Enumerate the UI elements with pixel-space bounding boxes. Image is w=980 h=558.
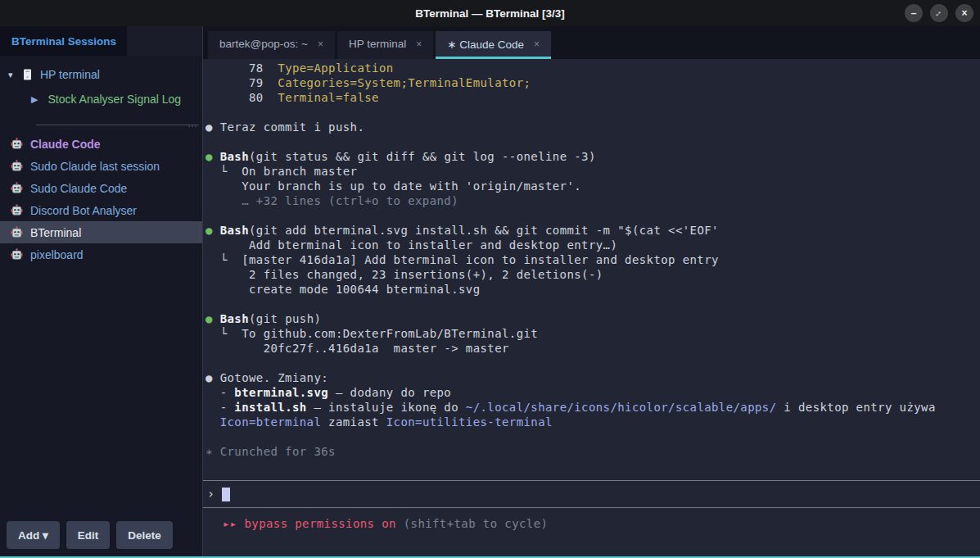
terminal-line: └ To github.com:DexterFromLab/BTerminal.…	[205, 326, 980, 341]
session-item-label: Discord Bot Analyser	[30, 204, 137, 217]
tab-label: HP terminal	[349, 38, 406, 50]
session-item-label: Claude Code	[30, 138, 101, 151]
sidebar-buttons: Add ▾EditDelete	[0, 521, 202, 556]
tab-bartek-pop-os[interactable]: bartek@pop-os: ~×	[208, 31, 335, 59]
tab-label: ∗ Claude Code	[447, 38, 524, 51]
tab-close-icon[interactable]: ×	[534, 39, 540, 50]
session-item-claude-code[interactable]: Claude Code	[0, 133, 202, 155]
play-icon: ▶	[31, 94, 38, 105]
bterminal-window: BTerminal — BTerminal [3/3] –↕× BTermina…	[0, 0, 980, 558]
divider-ellipsis: …	[187, 118, 197, 129]
terminal-line: 80 Terminal=false	[205, 90, 980, 105]
close-window-icon[interactable]: ×	[955, 4, 973, 22]
bypass-permissions-text: ▸▸ bypass permissions on	[223, 517, 404, 530]
delete-button[interactable]: Delete	[116, 521, 173, 549]
terminal-line: Add bterminal icon to installer and desk…	[205, 238, 980, 252]
session-tree: ▾ HP terminal ▶ Stock Analyser Signal Lo…	[0, 56, 202, 111]
terminal-line	[205, 208, 980, 223]
terminal-line: 2 files changed, 23 insertions(+), 2 del…	[205, 267, 980, 282]
caret-down-icon[interactable]: ▾	[8, 70, 23, 80]
terminal-line: ● Gotowe. Zmiany:	[205, 370, 980, 385]
robot-icon	[11, 226, 23, 238]
permissions-status-line: ▸▸ bypass permissions on (shift+tab to c…	[205, 516, 980, 531]
maximize-window-icon[interactable]: ↕	[930, 4, 948, 22]
terminal-line: ● Bash(git status && git diff && git log…	[205, 149, 980, 164]
robot-icon	[11, 182, 23, 194]
window-controls: –↕×	[905, 4, 973, 22]
terminal-line: Icon=bterminal zamiast Icon=utilities-te…	[205, 415, 980, 429]
tab-close-icon[interactable]: ×	[318, 39, 323, 50]
minimize-glyph: –	[911, 7, 917, 19]
minimize-window-icon[interactable]: –	[905, 4, 923, 22]
title-bar[interactable]: BTerminal — BTerminal [3/3] –↕×	[0, 0, 980, 26]
terminal-view[interactable]: 78 Type=Application 79 Categories=System…	[203, 59, 980, 556]
window-body: BTerminal Sessions ▾ HP terminal	[0, 26, 980, 556]
terminal-line	[205, 429, 980, 444]
cycle-hint-text: (shift+tab to cycle)	[404, 517, 549, 530]
prompt-chevron-icon: ›	[207, 487, 215, 501]
terminal-line: - bterminal.svg — dodany do repo	[205, 385, 980, 400]
terminal-line: 78 Type=Application	[205, 61, 980, 75]
terminal-line: ● Teraz commit i push.	[205, 120, 980, 134]
terminal-line: Your branch is up to date with 'origin/m…	[205, 179, 980, 193]
sessions-header: BTerminal Sessions	[0, 26, 202, 56]
maximize-glyph: ↕	[934, 8, 944, 18]
robot-icon	[11, 204, 23, 216]
terminal-line: create mode 100644 bterminal.svg	[205, 282, 980, 297]
terminal-line: └ On branch master	[205, 164, 980, 179]
terminal-line	[205, 134, 980, 149]
terminal-line: … +32 lines (ctrl+o to expand)	[205, 193, 980, 208]
terminal-line	[205, 356, 980, 370]
session-item-sudo-claude-last-session[interactable]: Sudo Claude last session	[0, 155, 202, 177]
main-area: bartek@pop-os: ~×HP terminal×∗ Claude Co…	[203, 26, 980, 556]
sessions-header-label: BTerminal Sessions	[11, 35, 116, 48]
robot-icon	[11, 160, 23, 172]
terminal-line: ● Bash(git add bterminal.svg install.sh …	[205, 223, 980, 238]
sessions-header-tab[interactable]: BTerminal Sessions	[0, 26, 127, 56]
tree-item-stock-analyser-signal-log[interactable]: ▶ Stock Analyser Signal Log	[0, 87, 202, 111]
session-item-label: Sudo Claude last session	[30, 160, 160, 173]
terminal-line: - install.sh — instaluje ikonę do ~/.loc…	[205, 400, 980, 415]
terminal-line: └ [master 416da1a] Add bterminal icon to…	[205, 252, 980, 267]
text-cursor	[222, 488, 230, 501]
divider-line	[36, 125, 199, 125]
terminal-line	[205, 105, 980, 120]
session-item-label: pixelboard	[30, 248, 84, 261]
terminal-input-box[interactable]: ›	[203, 480, 980, 508]
tab-bar: bartek@pop-os: ~×HP terminal×∗ Claude Co…	[203, 26, 980, 59]
add-button[interactable]: Add ▾	[7, 521, 60, 549]
terminal-line: 20fc27f..416da1a master -> master	[205, 341, 980, 356]
tree-item-label: Stock Analyser Signal Log	[47, 93, 181, 106]
tab-claude-code[interactable]: ∗ Claude Code×	[436, 31, 551, 59]
tree-item-hp-terminal[interactable]: ▾ HP terminal	[0, 62, 202, 87]
session-item-label: Sudo Claude Code	[30, 182, 127, 195]
terminal-line	[205, 297, 980, 311]
tab-close-icon[interactable]: ×	[416, 39, 422, 50]
session-item-sudo-claude-code[interactable]: Sudo Claude Code	[0, 177, 202, 199]
tab-hp-terminal[interactable]: HP terminal×	[337, 31, 433, 59]
sidebar-divider: …	[0, 123, 202, 128]
terminal-output: 78 Type=Application 79 Categories=System…	[205, 61, 980, 459]
terminal-line: ∗ Crunched for 36s	[205, 444, 980, 459]
terminal-line: ● Bash(git push)	[205, 311, 980, 326]
robot-icon	[11, 248, 23, 261]
session-item-label: BTerminal	[30, 226, 81, 239]
session-list: Claude Code Sudo Claude last session Sud…	[0, 133, 202, 265]
edit-button[interactable]: Edit	[66, 521, 111, 549]
session-item-bterminal[interactable]: BTerminal	[0, 221, 202, 243]
robot-icon	[11, 138, 23, 150]
tab-label: bartek@pop-os: ~	[219, 38, 308, 50]
session-item-pixelboard[interactable]: pixelboard	[0, 243, 202, 265]
close-glyph: ×	[961, 7, 967, 19]
computer-icon	[23, 69, 32, 80]
sessions-sidebar: BTerminal Sessions ▾ HP terminal	[0, 26, 203, 556]
terminal-line: 79 Categories=System;TerminalEmulator;	[205, 75, 980, 90]
session-item-discord-bot-analyser[interactable]: Discord Bot Analyser	[0, 199, 202, 221]
window-title: BTerminal — BTerminal [3/3]	[0, 7, 980, 20]
sidebar-spacer	[0, 265, 202, 521]
tree-item-label: HP terminal	[40, 68, 100, 81]
